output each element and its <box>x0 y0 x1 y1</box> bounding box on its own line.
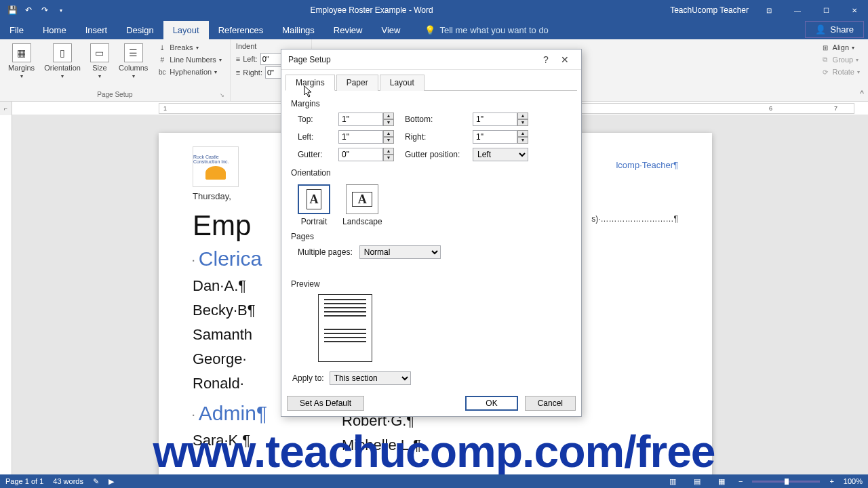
chevron-down-icon: ▾ <box>20 73 23 79</box>
minimize-icon[interactable]: — <box>784 0 811 20</box>
multiple-pages-select[interactable]: Normal <box>359 245 441 259</box>
zoom-in-icon[interactable]: + <box>829 477 833 485</box>
zoom-out-icon[interactable]: − <box>738 477 743 485</box>
spinner-down-icon[interactable]: ▼ <box>517 119 528 126</box>
chevron-down-icon: ▾ <box>61 73 64 79</box>
word-count[interactable]: 43 words <box>53 477 83 485</box>
zoom-slider[interactable] <box>752 481 820 483</box>
help-icon[interactable]: ? <box>536 54 555 65</box>
spinner-up-icon[interactable]: ▲ <box>383 148 394 155</box>
share-button[interactable]: 👤 Share <box>805 21 864 38</box>
align-button[interactable]: ⊞Align▾ <box>818 42 863 53</box>
breaks-button[interactable]: ⤓Breaks▾ <box>155 42 224 53</box>
read-mode-icon[interactable]: ▥ <box>665 477 680 486</box>
tab-design[interactable]: Design <box>117 21 163 39</box>
columns-button[interactable]: ☰ Columns ▾ <box>116 42 151 81</box>
tell-me-label: Tell me what you want to do <box>439 25 548 35</box>
spinner-up-icon[interactable]: ▲ <box>517 130 528 137</box>
print-layout-icon[interactable]: ▤ <box>690 477 705 486</box>
save-icon[interactable]: 💾 <box>7 5 18 15</box>
lightbulb-icon: 💡 <box>425 25 435 35</box>
gutter-position-label: Gutter position: <box>398 150 473 159</box>
tab-file[interactable]: File <box>0 21 33 39</box>
dialog-title: Page Setup <box>288 55 536 64</box>
tab-mailings[interactable]: Mailings <box>273 21 324 39</box>
left-margin-input[interactable] <box>338 130 383 144</box>
ok-button[interactable]: OK <box>465 396 517 411</box>
qat-customize-icon[interactable]: ▾ <box>56 7 66 14</box>
size-button[interactable]: ▭ Size ▾ <box>87 42 112 81</box>
company-logo: Rock Castle Construction Inc. <box>193 146 239 187</box>
chevron-down-icon: ▾ <box>857 69 860 75</box>
tab-view[interactable]: View <box>372 21 410 39</box>
orientation-label: Orientation <box>44 64 81 72</box>
ruler-tick: 6 <box>769 105 772 112</box>
bottom-margin-label: Bottom: <box>398 115 473 124</box>
rotate-icon: ⟳ <box>821 67 830 77</box>
indent-left-icon: ≡ <box>236 55 240 63</box>
spinner-up-icon[interactable]: ▲ <box>517 113 528 119</box>
tab-insert[interactable]: Insert <box>76 21 117 39</box>
gutter-position-select[interactable]: Left <box>473 148 528 161</box>
tab-home[interactable]: Home <box>33 21 76 39</box>
tab-layout[interactable]: Layout <box>163 21 209 39</box>
spinner-down-icon[interactable]: ▼ <box>517 137 528 144</box>
top-margin-input[interactable] <box>338 113 383 126</box>
orientation-landscape[interactable]: A Landscape <box>342 184 382 226</box>
close-icon[interactable]: ✕ <box>841 0 868 20</box>
tell-me-search[interactable]: 💡 Tell me what you want to do <box>415 21 557 39</box>
dialog-titlebar[interactable]: Page Setup ? ✕ <box>281 49 581 70</box>
margins-button[interactable]: ▦ Margins ▾ <box>5 42 37 81</box>
page-status[interactable]: Page 1 of 1 <box>5 477 43 485</box>
rotate-label: Rotate <box>833 68 854 76</box>
hyphenation-button[interactable]: bcHyphenation▾ <box>155 66 224 77</box>
size-icon: ▭ <box>90 43 109 62</box>
dialog-tab-margins[interactable]: Margins <box>285 75 335 91</box>
apply-to-select[interactable]: This section <box>330 371 411 385</box>
spinner-up-icon[interactable]: ▲ <box>383 113 394 119</box>
line-numbers-label: Line Numbers <box>170 56 216 64</box>
zoom-level[interactable]: 100% <box>844 477 863 485</box>
tab-review[interactable]: Review <box>324 21 372 39</box>
group-objects-button[interactable]: ⧉Group▾ <box>818 54 863 65</box>
gutter-input[interactable] <box>338 148 383 161</box>
logo-text: Rock Castle Construction Inc. <box>193 155 238 164</box>
dialog-tab-layout[interactable]: Layout <box>380 75 425 91</box>
set-as-default-button[interactable]: Set As Default <box>287 396 364 411</box>
signed-in-user[interactable]: TeachUcomp Teacher <box>670 5 755 15</box>
close-icon[interactable]: ✕ <box>555 54 574 65</box>
cancel-button[interactable]: Cancel <box>525 396 576 411</box>
ribbon-options-icon[interactable]: ⊡ <box>755 0 783 20</box>
right-margin-input[interactable] <box>473 130 517 144</box>
page-setup-launcher-icon[interactable]: ↘ <box>220 92 224 98</box>
dotted-line: s)·………………………¶ <box>591 214 678 224</box>
pages-section-label: Pages <box>291 232 572 241</box>
spinner-down-icon[interactable]: ▼ <box>383 119 394 126</box>
rotate-button[interactable]: ⟳Rotate▾ <box>818 66 863 77</box>
orientation-portrait[interactable]: A Portrait <box>298 184 330 226</box>
redo-icon[interactable]: ↷ <box>39 5 50 15</box>
dialog-tab-paper[interactable]: Paper <box>336 75 378 91</box>
orientation-button[interactable]: ▯ Orientation ▾ <box>41 42 83 81</box>
quick-access-toolbar: 💾 ↶ ↷ ▾ <box>0 5 73 15</box>
align-label: Align <box>833 43 849 52</box>
line-numbers-button[interactable]: #Line Numbers▾ <box>155 54 224 65</box>
maximize-icon[interactable]: ☐ <box>812 0 840 20</box>
macro-icon[interactable]: ▶ <box>108 477 114 486</box>
size-label: Size <box>92 64 106 72</box>
landscape-icon: A <box>352 192 372 207</box>
tab-references[interactable]: References <box>209 21 273 39</box>
spellcheck-icon[interactable]: ✎ <box>93 477 99 486</box>
undo-icon[interactable]: ↶ <box>23 5 34 15</box>
group-page-setup: ▦ Margins ▾ ▯ Orientation ▾ ▭ Size ▾ ☰ C… <box>0 39 231 101</box>
web-layout-icon[interactable]: ▦ <box>714 477 729 486</box>
collapse-ribbon-icon[interactable]: ^ <box>860 89 864 98</box>
tab-selector[interactable]: ⌐ <box>0 102 12 115</box>
align-icon: ⊞ <box>821 43 830 52</box>
spinner-down-icon[interactable]: ▼ <box>383 137 394 144</box>
bottom-margin-input[interactable] <box>473 113 517 126</box>
vertical-ruler[interactable] <box>0 115 12 474</box>
spinner-up-icon[interactable]: ▲ <box>383 130 394 137</box>
spinner-down-icon[interactable]: ▼ <box>383 155 394 161</box>
window-controls: ⊡ — ☐ ✕ <box>755 0 868 20</box>
